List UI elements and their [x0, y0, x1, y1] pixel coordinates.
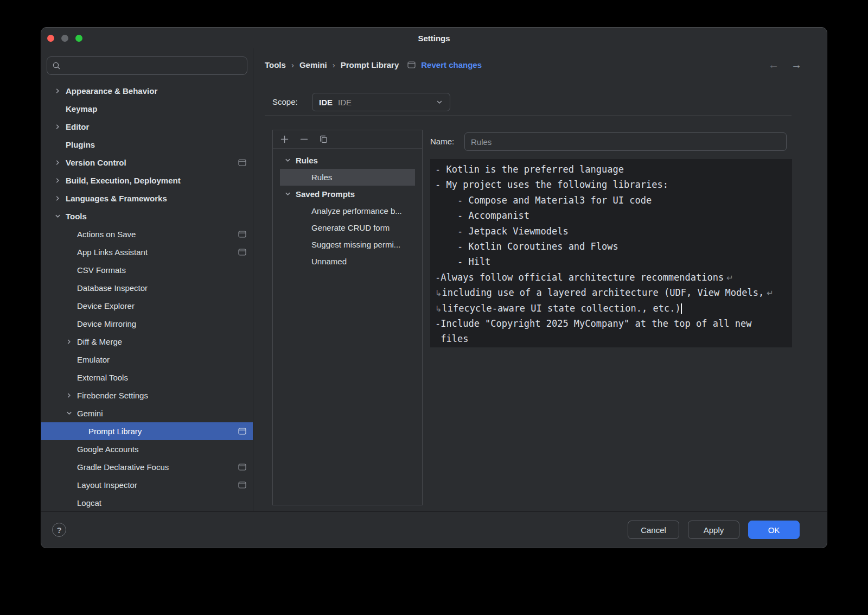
sidebar-item-firebender-settings[interactable]: Firebender Settings	[41, 386, 253, 404]
ide-override-icon	[238, 428, 246, 435]
soft-wrap-icon: ↵	[724, 273, 733, 283]
help-button[interactable]: ?	[52, 523, 66, 537]
prompt-item-label: Generate CRUD form	[311, 223, 390, 232]
settings-search-box[interactable]	[47, 56, 247, 75]
settings-search-input[interactable]	[65, 61, 242, 71]
sidebar-item-label: External Tools	[77, 373, 128, 382]
prompt-item-rules[interactable]: Rules	[280, 169, 415, 186]
sidebar-item-version-control[interactable]: Version Control	[41, 154, 253, 172]
sidebar-item-label: Tools	[66, 212, 87, 221]
sidebar-tree: Appearance & BehaviorKeymapEditorPlugins…	[41, 82, 253, 511]
prompt-item-label: Unnamed	[311, 257, 347, 266]
breadcrumb-separator: ›	[333, 60, 335, 69]
revert-changes-link[interactable]: Revert changes	[421, 60, 482, 69]
prompt-name-input[interactable]	[464, 132, 787, 151]
prompt-group-rules[interactable]: Rules	[280, 152, 415, 169]
sidebar-item-label: Prompt Library	[88, 427, 142, 436]
soft-wrap-icon: ↳	[435, 304, 442, 314]
editor-line: ↳including use of a layered architecture…	[435, 285, 792, 300]
prompt-editor[interactable]: - Kotlin is the preferred language- My p…	[430, 159, 792, 347]
cancel-button[interactable]: Cancel	[628, 521, 679, 539]
sidebar-item-csv-formats[interactable]: CSV Formats	[41, 261, 253, 279]
chevron-down-icon[interactable]	[284, 191, 296, 198]
breadcrumb-separator: ›	[291, 60, 294, 69]
prompt-item-unnamed[interactable]: Unnamed	[280, 253, 415, 270]
ide-override-icon	[238, 464, 246, 471]
sidebar-item-gradle-declarative-focus[interactable]: Gradle Declarative Focus	[41, 458, 253, 476]
sidebar-item-device-explorer[interactable]: Device Explorer	[41, 297, 253, 315]
sidebar-item-emulator[interactable]: Emulator	[41, 351, 253, 369]
chevron-right-icon[interactable]	[54, 87, 66, 94]
sidebar-item-keymap[interactable]: Keymap	[41, 100, 253, 118]
sidebar-item-tools[interactable]: Tools	[41, 207, 253, 225]
chevron-right-icon[interactable]	[54, 177, 66, 184]
sidebar-item-database-inspector[interactable]: Database Inspector	[41, 279, 253, 297]
sidebar-item-google-accounts[interactable]: Google Accounts	[41, 440, 253, 458]
sidebar-item-label: Actions on Save	[77, 230, 136, 239]
close-button[interactable]	[47, 35, 54, 42]
scope-dropdown[interactable]: IDE IDE	[312, 93, 450, 111]
sidebar-item-external-tools[interactable]: External Tools	[41, 369, 253, 386]
chevron-right-icon[interactable]	[54, 123, 66, 130]
breadcrumb-item-prompt-library[interactable]: Prompt Library	[341, 60, 399, 69]
ok-button[interactable]: OK	[748, 521, 800, 539]
sidebar-item-actions-on-save[interactable]: Actions on Save	[41, 225, 253, 243]
sidebar-item-label: Appearance & Behavior	[66, 86, 157, 96]
traffic-lights	[47, 28, 82, 48]
remove-prompt-button[interactable]	[299, 135, 309, 144]
sidebar-item-editor[interactable]: Editor	[41, 118, 253, 136]
chevron-right-icon[interactable]	[54, 159, 66, 166]
sidebar-item-label: Editor	[66, 122, 89, 131]
scope-label: Scope:	[272, 93, 298, 111]
sidebar-item-languages-frameworks[interactable]: Languages & Frameworks	[41, 189, 253, 207]
apply-button[interactable]: Apply	[688, 521, 739, 539]
prompt-item-suggest-missing-permi[interactable]: Suggest missing permi...	[280, 236, 415, 253]
editor-line-text: -Always follow official architecture rec…	[435, 272, 724, 283]
chevron-right-icon[interactable]	[54, 195, 66, 202]
prompt-item-generate-crud-form[interactable]: Generate CRUD form	[280, 219, 415, 236]
chevron-right-icon[interactable]	[66, 392, 77, 399]
duplicate-prompt-button[interactable]	[319, 135, 328, 144]
sidebar-item-label: App Links Assistant	[77, 248, 148, 257]
text-caret	[681, 303, 682, 314]
name-label: Name:	[430, 132, 454, 151]
prompt-item-analyze-performance-b[interactable]: Analyze performance b...	[280, 202, 415, 219]
sidebar-item-appearance-behavior[interactable]: Appearance & Behavior	[41, 82, 253, 100]
prompt-item-label: Analyze performance b...	[311, 206, 402, 215]
modified-indicator-icon	[407, 61, 416, 68]
sidebar-item-label: Database Inspector	[77, 283, 148, 293]
editor-line-text: - Jetpack Viewmodels	[435, 226, 569, 237]
back-arrow-icon[interactable]: ←	[768, 58, 779, 71]
sidebar-item-device-mirroring[interactable]: Device Mirroring	[41, 315, 253, 333]
breadcrumb-item-tools[interactable]: Tools	[265, 60, 286, 69]
chevron-down-icon[interactable]	[54, 213, 66, 220]
breadcrumb-item-gemini[interactable]: Gemini	[299, 60, 327, 69]
prompt-item-label: Suggest missing permi...	[311, 240, 400, 249]
add-prompt-button[interactable]	[280, 135, 289, 144]
sidebar-item-build-execution-deployment[interactable]: Build, Execution, Deployment	[41, 172, 253, 189]
zoom-button[interactable]	[75, 35, 82, 42]
sidebar-item-label: Keymap	[66, 104, 97, 113]
titlebar: Settings	[41, 28, 827, 48]
settings-sidebar: Appearance & BehaviorKeymapEditorPlugins…	[41, 48, 253, 511]
sidebar-item-prompt-library[interactable]: Prompt Library	[41, 422, 253, 440]
sidebar-item-layout-inspector[interactable]: Layout Inspector	[41, 476, 253, 494]
chevron-down-icon[interactable]	[284, 157, 296, 164]
forward-arrow-icon[interactable]: →	[791, 58, 802, 71]
prompt-group-saved-prompts[interactable]: Saved Prompts	[280, 186, 415, 202]
sidebar-item-label: Gemini	[77, 409, 103, 418]
prompt-item-label: Rules	[296, 156, 318, 165]
sidebar-item-label: Build, Execution, Deployment	[66, 176, 181, 185]
sidebar-item-diff-merge[interactable]: Diff & Merge	[41, 333, 253, 351]
editor-line: -Include "Copyright 2025 MyCompany" at t…	[435, 316, 792, 331]
chevron-right-icon[interactable]	[66, 338, 77, 345]
chevron-down-icon[interactable]	[66, 410, 77, 417]
ide-override-icon	[238, 249, 246, 256]
sidebar-item-label: Logcat	[77, 498, 101, 508]
sidebar-item-logcat[interactable]: Logcat	[41, 494, 253, 511]
editor-line-text: - Compose and Material3 for UI code	[435, 195, 652, 206]
sidebar-item-plugins[interactable]: Plugins	[41, 136, 253, 154]
sidebar-item-app-links-assistant[interactable]: App Links Assistant	[41, 243, 253, 261]
sidebar-item-label: Firebender Settings	[77, 391, 148, 400]
sidebar-item-gemini[interactable]: Gemini	[41, 404, 253, 422]
